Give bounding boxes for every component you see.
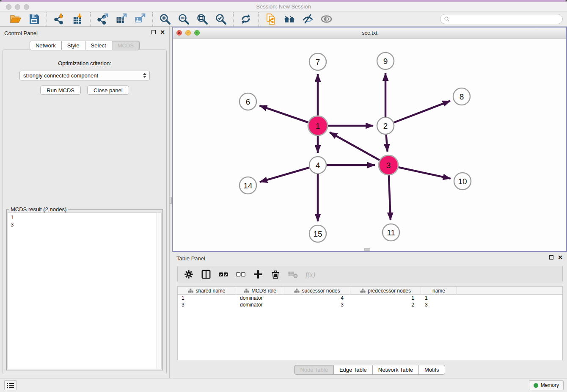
refresh-icon[interactable] [240,13,252,25]
status-bar: Memory [0,378,567,392]
choose-columns-icon[interactable] [201,269,211,279]
save-session-icon[interactable] [28,13,40,25]
canvas-hscroll-thumb[interactable] [364,248,370,251]
network-view-titlebar: ✕ − + scc.txt [173,28,566,39]
clone-network-icon[interactable] [265,13,277,25]
control-panel-header: Control Panel ✕ [0,27,169,39]
graph-edge-4-14[interactable] [260,165,318,182]
export-image-icon[interactable] [134,13,146,25]
network-view-title: scc.txt [173,30,566,36]
column-label: predecessor nodes [368,288,411,294]
home-icon[interactable] [284,13,295,25]
cell-successor-nodes[interactable]: 4 [284,295,350,301]
table-panel-header: Table Panel ✕ [172,252,567,264]
memory-button[interactable]: Memory [529,380,564,390]
column-label: name [432,288,445,294]
mcds-result-title: MCDS result (2 nodes) [9,206,68,213]
graph-node-label-9: 9 [383,57,388,66]
search-field[interactable] [440,14,563,24]
network-canvas[interactable]: 1234678910111415 [173,39,566,251]
column-header-shared-name[interactable]: shared name [178,287,236,295]
toolbar-group [47,13,90,25]
select-all-columns-icon[interactable] [218,269,228,279]
cell-name[interactable]: 3 [421,301,457,308]
table-row[interactable]: 3dominator323 [178,301,562,308]
delete-table-icon [288,269,298,279]
graph-edge-2-8[interactable] [385,101,450,126]
import-table-icon[interactable] [72,13,84,25]
show-all-eye-icon[interactable] [321,13,333,25]
main-toolbar [0,11,567,27]
tab-mcds[interactable]: MCDS [112,41,140,50]
mcds-result-scrollbar[interactable] [157,213,162,369]
memory-status-dot [534,383,538,388]
cell-shared-name[interactable]: 3 [178,301,236,308]
control-panel-tabs: NetworkStyleSelectMCDS [0,41,169,50]
window-title: Session: New Session [0,3,567,10]
tab-motifs[interactable]: Motifs [419,365,445,375]
hierarchy-icon [360,288,366,293]
vertical-splitter[interactable] [169,27,172,378]
node-table-header: shared nameMCDS rolesuccessor nodesprede… [178,287,562,295]
tab-style[interactable]: Style [62,41,85,50]
column-header-MCDS-role[interactable]: MCDS role [236,287,284,295]
column-header-successor-nodes[interactable]: successor nodes [284,287,350,295]
cell-predecessor-nodes[interactable]: 1 [350,295,421,301]
hierarchy-icon [294,288,300,293]
criterion-selected-value: strongly connected component [23,72,98,79]
float-table-panel-icon[interactable] [549,255,553,259]
cell-predecessor-nodes[interactable]: 2 [350,301,421,308]
mcds-result-item[interactable]: 3 [11,221,157,228]
app-window: Session: New Session Control Panel ✕ Net… [0,0,567,392]
node-table[interactable]: shared nameMCDS rolesuccessor nodesprede… [177,286,563,360]
zoom-selected-icon[interactable] [215,13,227,25]
column-header-predecessor-nodes[interactable]: predecessor nodes [350,287,421,295]
table-settings-gear-icon[interactable] [184,269,194,279]
unselect-all-columns-icon[interactable] [236,269,246,279]
tab-edge-table[interactable]: Edge Table [334,365,373,375]
task-history-button[interactable] [4,380,17,390]
close-panel-icon[interactable]: ✕ [160,30,165,34]
column-label: MCDS role [251,288,276,294]
cell-MCDS-role[interactable]: dominator [236,301,284,308]
splitter-handle[interactable] [170,197,172,204]
tab-node-table[interactable]: Node Table [294,365,334,375]
toolbar-group [259,13,339,25]
close-table-panel-icon[interactable]: ✕ [558,255,563,259]
delete-columns-icon[interactable] [270,269,281,279]
mcds-result-list[interactable]: 13 [8,213,157,369]
cell-shared-name[interactable]: 1 [178,295,236,301]
hide-selected-eye-icon[interactable] [302,13,314,25]
memory-label: Memory [541,382,559,388]
zoom-out-icon[interactable] [178,13,190,25]
toolbar-group [153,13,233,25]
import-network-icon[interactable] [53,13,65,25]
search-input[interactable] [452,16,559,22]
hierarchy-icon [244,288,249,293]
zoom-fit-icon[interactable] [196,13,208,25]
tab-network-table[interactable]: Network Table [373,365,419,375]
add-column-icon[interactable] [253,269,263,279]
zoom-in-icon[interactable] [159,13,171,25]
float-panel-icon[interactable] [151,30,156,34]
cell-name[interactable]: 1 [421,295,457,301]
tab-select[interactable]: Select [85,41,112,50]
open-session-icon[interactable] [10,13,22,25]
function-builder-icon: f(x) [305,269,315,279]
svg-text:f(x): f(x) [306,270,315,278]
tab-network[interactable]: Network [30,41,62,50]
optimization-criterion-select[interactable]: strongly connected component [19,71,150,80]
export-table-icon[interactable] [116,13,127,25]
column-header-name[interactable]: name [421,287,457,295]
table-row[interactable]: 1dominator411 [178,295,562,301]
cell-successor-nodes[interactable]: 3 [284,301,350,308]
mcds-result-item[interactable]: 1 [11,214,157,221]
cell-MCDS-role[interactable]: dominator [236,295,284,301]
run-mcds-button[interactable]: Run MCDS [40,86,81,95]
table-panel-title: Table Panel [176,255,205,262]
export-network-icon[interactable] [97,13,109,25]
graph-node-label-15: 15 [313,229,322,238]
close-panel-button[interactable]: Close panel [87,86,129,95]
column-label: successor nodes [302,288,340,294]
graph-node-label-4: 4 [316,161,320,170]
